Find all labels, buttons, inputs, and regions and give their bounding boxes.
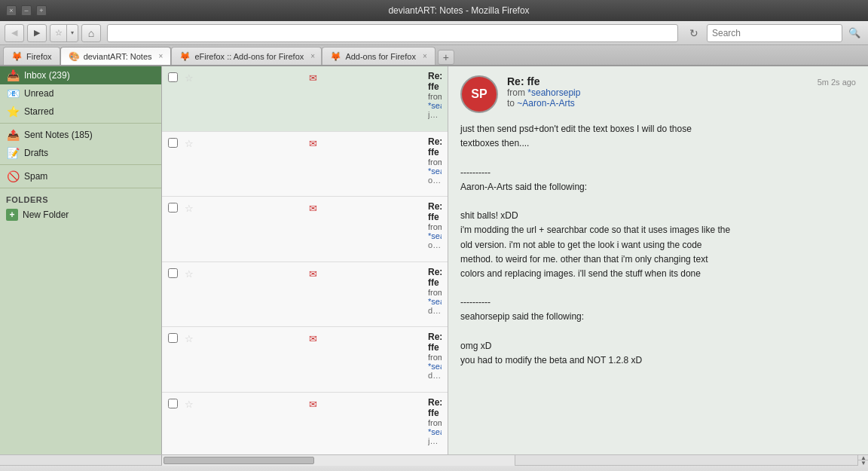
email-from-link-1[interactable]: *seahorsepip: [428, 167, 442, 176]
email-action-icon-4[interactable]: ✉: [201, 332, 425, 344]
new-tab-button[interactable]: +: [438, 50, 454, 65]
email-star-3[interactable]: ☆: [185, 267, 198, 280]
email-checkbox-2[interactable]: [168, 201, 182, 213]
email-checkbox-4[interactable]: [168, 332, 182, 343]
email-action-icon-0[interactable]: ✉: [201, 71, 425, 84]
sidebar-unread-label: Unread: [24, 88, 155, 99]
sidebar-item-unread[interactable]: 📧 Unread: [0, 84, 161, 102]
email-item-1[interactable]: ☆ Re: ffe 22m 49s ago from *seahorsepip …: [162, 132, 448, 197]
bookmark-dropdown-icon[interactable]: ▾: [67, 24, 78, 42]
tab-efirefox[interactable]: 🦊 eFirefox :: Add-ons for Firefox ×: [171, 47, 322, 65]
checkbox-5[interactable]: [168, 399, 178, 408]
email-subject-4: Re: ffe: [428, 332, 442, 353]
tab-bar: 🦊 Firefox 🎨 deviantART: Notes × 🦊 eFiref…: [0, 45, 868, 66]
email-from-link-5[interactable]: *seahorsepip: [428, 427, 442, 436]
status-bar: Done: [0, 465, 868, 471]
sidebar-item-inbox[interactable]: 📥 Inbox (239): [0, 66, 161, 84]
email-star-0[interactable]: ☆: [185, 71, 198, 84]
email-from-link-3[interactable]: *seahorsepip: [428, 297, 442, 306]
email-star-2[interactable]: ☆: [185, 201, 198, 214]
checkbox-2[interactable]: [168, 203, 178, 213]
email-preview-3: do a teaser preview before I get bug rep…: [428, 306, 442, 315]
reload-button[interactable]: ↻: [684, 24, 704, 42]
sidebar-item-starred[interactable]: ⭐ Starred: [0, 102, 161, 121]
email-list-hscroll-thumb[interactable]: [164, 457, 314, 464]
search-icon[interactable]: 🔍: [845, 24, 863, 42]
maximize-button[interactable]: +: [36, 5, 47, 16]
viewer-from-link[interactable]: *seahorsepip: [527, 87, 580, 98]
viewer-subject-row: Re: ffe 5m 2s ago: [507, 75, 856, 87]
tab-deviantart-close-icon[interactable]: ×: [159, 52, 164, 60]
email-action-icon-2[interactable]: ✉: [201, 201, 425, 214]
email-body-0: Re: ffe 5m 2s ago from *seahorsepip just…: [428, 71, 442, 119]
inbox-icon: 📥: [6, 69, 20, 81]
home-button[interactable]: ⌂: [81, 24, 101, 42]
new-folder-icon: +: [6, 209, 18, 221]
checkbox-3[interactable]: [168, 268, 178, 278]
email-checkbox-3[interactable]: [168, 267, 182, 278]
email-body-1: Re: ffe 22m 49s ago from *seahorsepip om…: [428, 136, 442, 185]
viewer-body-line1: just then send psd+don't edit the text b…: [460, 122, 856, 136]
viewer-scroll-area: ▲ ▼: [515, 455, 868, 465]
email-from-link-0[interactable]: *seahorsepip: [428, 101, 442, 110]
url-bar[interactable]: [107, 24, 678, 42]
sidebar-inbox-label: Inbox (239): [24, 70, 155, 81]
email-action-icon-1[interactable]: ✉: [201, 136, 425, 149]
email-checkbox-5[interactable]: [168, 397, 182, 408]
title-bar: × – + deviantART: Notes - Mozilla Firefo…: [0, 0, 868, 21]
sidebar-item-spam[interactable]: 🚫 Spam: [0, 167, 161, 185]
email-item-3[interactable]: ☆ Re: ffe 2h 41m ago from *seahorsepip d…: [162, 262, 448, 328]
email-star-4[interactable]: ☆: [185, 332, 198, 344]
checkbox-4[interactable]: [168, 333, 178, 343]
back-button[interactable]: ◀: [5, 24, 24, 42]
close-button[interactable]: ×: [6, 5, 17, 16]
email-checkbox-1[interactable]: [168, 136, 182, 148]
checkbox-1[interactable]: [168, 138, 178, 148]
sidebar-item-drafts[interactable]: 📝 Drafts: [0, 144, 161, 162]
email-subject-5: Re: ffe: [428, 397, 442, 418]
email-action-icon-3[interactable]: ✉: [201, 267, 425, 280]
viewer-scroll-down-arrow[interactable]: ▼: [858, 460, 868, 466]
tab-firefox[interactable]: 🦊 Firefox: [3, 47, 60, 65]
viewer-quote4: method. to weird for me. other than that…: [460, 252, 856, 267]
sidebar-item-sent[interactable]: 📤 Sent Notes (185): [0, 126, 161, 144]
viewer-to-link[interactable]: ~Aaron-A-Arts: [517, 98, 574, 109]
bookmark-group[interactable]: ☆ ▾: [50, 24, 78, 42]
email-action-icon-5[interactable]: ✉: [201, 397, 425, 410]
email-item-0[interactable]: ☆ Re: ffe 5m 2s ago from *seahorsepip ju…: [162, 66, 448, 132]
email-item-4[interactable]: ☆ Re: ffe 2h 42m ago from *seahorsepip d…: [162, 327, 448, 393]
forward-button[interactable]: ▶: [27, 24, 47, 42]
unread-icon: 📧: [6, 87, 20, 99]
viewer-body: just then send psd+don't edit the text b…: [460, 122, 856, 368]
email-list: ☆ Re: ffe 5m 2s ago from *seahorsepip ju…: [162, 66, 448, 454]
tab-deviantart-icon: 🎨: [69, 51, 80, 62]
email-from-link-2[interactable]: *seahorsepip: [428, 231, 442, 240]
email-item-2[interactable]: ☆ Re: ffe 1h 49m ago from *seahorsepip o…: [162, 197, 448, 262]
tab-addons-icon: 🦊: [330, 51, 341, 62]
viewer-header: SP Re: ffe 5m 2s ago from *seahorsepip t…: [460, 75, 856, 113]
email-from-2: from *seahorsepip: [428, 222, 442, 240]
tab-deviantart-notes[interactable]: 🎨 deviantART: Notes ×: [60, 47, 172, 65]
new-folder-button[interactable]: + New Folder: [0, 206, 161, 224]
email-viewer: SP Re: ffe 5m 2s ago from *seahorsepip t…: [448, 66, 868, 454]
sidebar-scroll-area: [0, 455, 162, 465]
minimize-button[interactable]: –: [21, 5, 32, 16]
tab-addons-close-icon[interactable]: ×: [423, 52, 427, 60]
email-star-5[interactable]: ☆: [185, 397, 198, 410]
checkbox-0[interactable]: [168, 72, 178, 82]
email-star-1[interactable]: ☆: [185, 136, 198, 149]
email-subject-1: Re: ffe: [428, 136, 442, 158]
email-list-hscroll-track[interactable]: [162, 455, 515, 466]
tab-addons[interactable]: 🦊 Add-ons for Firefox ×: [322, 47, 435, 65]
sidebar: 📥 Inbox (239) 📧 Unread ⭐ Starred 📤 Sent …: [0, 66, 162, 454]
email-item-5[interactable]: ☆ Re: ffe 3h 20m ago from *seahorsepip j…: [162, 393, 448, 454]
email-checkbox-0[interactable]: [168, 71, 182, 82]
tab-efirefox-close-icon[interactable]: ×: [310, 52, 315, 60]
email-body-2: Re: ffe 1h 49m ago from *seahorsepip ok …: [428, 201, 442, 249]
viewer-quote-label2: seahorsepip said the following:: [460, 310, 856, 324]
tab-firefox-icon: 🦊: [11, 51, 23, 62]
search-bar[interactable]: [707, 24, 842, 42]
email-from-link-4[interactable]: *seahorsepip: [428, 362, 442, 371]
bookmark-star-icon[interactable]: ☆: [50, 24, 67, 42]
window-controls[interactable]: × – +: [6, 5, 47, 16]
